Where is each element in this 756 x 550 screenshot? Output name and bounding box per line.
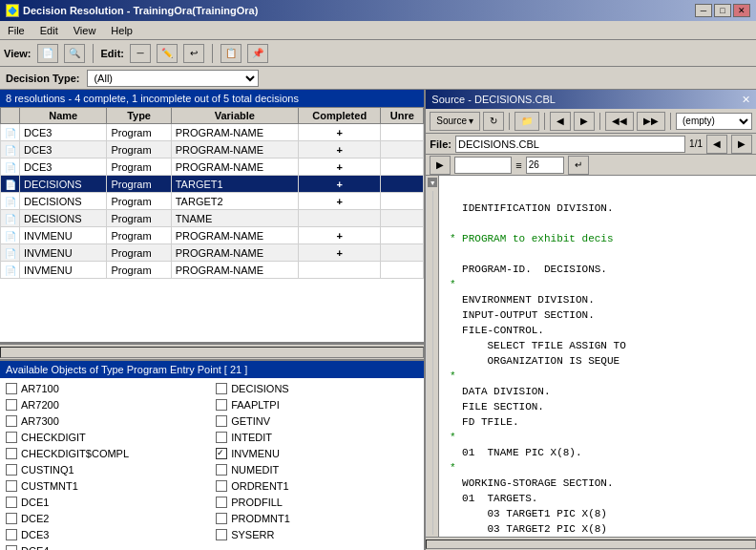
lineno-filter-input[interactable] (454, 157, 512, 174)
available-checkbox[interactable] (216, 497, 227, 508)
available-item[interactable]: AR7100 (2, 380, 212, 396)
source-button[interactable]: Source ▾ (430, 112, 480, 131)
available-checkbox[interactable] (216, 399, 227, 411)
page-next-btn[interactable]: ▶ (731, 135, 752, 154)
code-h-scroll-track[interactable] (426, 539, 756, 549)
available-item[interactable]: DCE1 (2, 494, 212, 510)
lineno-input[interactable] (526, 157, 564, 174)
close-button[interactable]: ✕ (733, 4, 750, 17)
col-variable[interactable]: Variable (171, 108, 298, 124)
table-row[interactable]: 📄 DCE3 Program PROGRAM-NAME + (1, 159, 424, 176)
refresh-button[interactable]: ↻ (483, 112, 504, 131)
table-row[interactable]: 📄 DECISIONS Program TARGET1 + (1, 176, 424, 193)
status-text: 8 resolutions - 4 complete, 1 incomplete… (6, 93, 299, 104)
available-item[interactable]: FAAPLTPI (212, 396, 422, 412)
code-horizontal-scrollbar[interactable] (426, 537, 756, 550)
col-completed[interactable]: Completed (298, 108, 381, 124)
nav-folder-button[interactable]: 📁 (514, 112, 539, 131)
available-checkbox[interactable] (6, 529, 17, 540)
table-row[interactable]: 📄 DCE3 Program PROGRAM-NAME + (1, 124, 424, 141)
available-checkbox[interactable] (6, 399, 17, 411)
nav-back-button[interactable]: ◀ (550, 112, 571, 131)
available-item[interactable]: INTEDIT (212, 429, 422, 445)
page-prev-btn[interactable]: ◀ (706, 135, 727, 154)
available-checkbox[interactable] (216, 480, 227, 492)
available-item[interactable]: CHECKDIGIT (2, 429, 212, 445)
copy-button[interactable]: 📋 (220, 44, 242, 63)
paste-button[interactable]: 📌 (247, 44, 268, 63)
code-area[interactable]: IDENTIFICATION DIVISION. * PROGRAM to ex… (439, 176, 756, 537)
h-scroll-track[interactable] (0, 347, 424, 358)
decision-type-select[interactable]: (All) (87, 70, 259, 87)
available-item[interactable]: SYSERR (212, 526, 422, 542)
available-item[interactable]: PRODMNT1 (212, 510, 422, 526)
maximize-button[interactable]: □ (714, 4, 731, 17)
view-btn-1[interactable]: 📄 (37, 44, 58, 63)
view-btn-2[interactable]: 🔍 (64, 44, 85, 63)
available-item[interactable]: DCE3 (2, 526, 212, 542)
table-container[interactable]: Name Type Variable Completed Unre 📄 DCE3… (0, 107, 424, 344)
available-item[interactable]: CUSTINQ1 (2, 461, 212, 477)
edit-label: Edit: (101, 48, 124, 59)
empty-select[interactable]: (empty) (676, 113, 752, 130)
source-close-btn[interactable]: ✕ (742, 94, 750, 106)
available-checkbox[interactable] (216, 529, 227, 540)
available-checkbox[interactable] (6, 513, 17, 524)
horizontal-scrollbar[interactable] (0, 344, 424, 359)
available-checkbox[interactable] (216, 448, 227, 459)
available-checkbox[interactable] (6, 432, 17, 443)
edit-btn-2[interactable]: ✏️ (157, 44, 178, 63)
table-row[interactable]: 📄 INVMENU Program PROGRAM-NAME (1, 262, 424, 279)
available-checkbox[interactable] (216, 513, 227, 524)
table-row[interactable]: 📄 INVMENU Program PROGRAM-NAME + (1, 227, 424, 244)
available-checkbox[interactable] (6, 480, 17, 492)
table-row[interactable]: 📄 DECISIONS Program TNAME (1, 210, 424, 227)
col-type[interactable]: Type (107, 108, 171, 124)
available-checkbox[interactable] (216, 383, 227, 394)
available-item[interactable]: DCE2 (2, 510, 212, 526)
undo-button[interactable]: ↩ (183, 44, 204, 63)
nav-prev-button[interactable]: ◀◀ (605, 112, 634, 131)
available-checkbox[interactable] (6, 448, 17, 459)
lineno-go-btn[interactable]: ↵ (568, 156, 589, 175)
available-item[interactable]: NUMEDIT (212, 461, 422, 477)
table-row[interactable]: 📄 DECISIONS Program TARGET2 + (1, 193, 424, 210)
lineno-expand-btn[interactable]: ▶ (430, 156, 451, 175)
file-name-input[interactable] (455, 136, 685, 153)
menu-edit[interactable]: Edit (36, 24, 62, 37)
col-name[interactable]: Name (20, 108, 107, 124)
available-checkbox[interactable] (216, 432, 227, 443)
menu-help[interactable]: Help (107, 24, 136, 37)
available-item[interactable]: DCE4 (2, 542, 212, 550)
available-checkbox[interactable] (216, 415, 227, 427)
available-checkbox[interactable] (6, 464, 17, 476)
available-item[interactable]: CHECKDIGIT$COMPL (2, 445, 212, 461)
col-unreachable[interactable]: Unre (381, 108, 424, 124)
table-row[interactable]: 📄 DCE3 Program PROGRAM-NAME + (1, 141, 424, 159)
available-item[interactable]: AR7300 (2, 412, 212, 429)
available-item[interactable]: DECISIONS (212, 380, 422, 396)
available-item[interactable]: CUSTMNT1 (2, 477, 212, 494)
edit-btn-1[interactable]: ─ (130, 44, 151, 63)
available-item-label: AR7300 (21, 415, 59, 427)
code-line: FILE-CONTROL. (443, 323, 752, 338)
available-item-label: SYSERR (231, 529, 274, 540)
nav-next-button[interactable]: ▶▶ (637, 112, 665, 131)
available-checkbox[interactable] (216, 464, 227, 476)
available-checkbox[interactable] (6, 415, 17, 427)
available-item[interactable]: PRODFILL (212, 494, 422, 510)
minimize-button[interactable]: ─ (695, 4, 712, 17)
available-checkbox[interactable] (6, 497, 17, 508)
available-item-label: DCE1 (21, 497, 49, 508)
menu-file[interactable]: File (4, 24, 29, 37)
available-checkbox[interactable] (6, 383, 17, 394)
available-item[interactable]: INVMENU (212, 445, 422, 461)
gutter-collapse-icon[interactable]: ▼ (428, 178, 437, 187)
available-item[interactable]: GETINV (212, 412, 422, 429)
available-item[interactable]: ORDRENT1 (212, 477, 422, 494)
nav-forward-button[interactable]: ▶ (574, 112, 595, 131)
table-row[interactable]: 📄 INVMENU Program PROGRAM-NAME + (1, 244, 424, 262)
menu-view[interactable]: View (70, 24, 100, 37)
available-item[interactable]: AR7200 (2, 396, 212, 412)
available-checkbox[interactable] (6, 545, 17, 551)
